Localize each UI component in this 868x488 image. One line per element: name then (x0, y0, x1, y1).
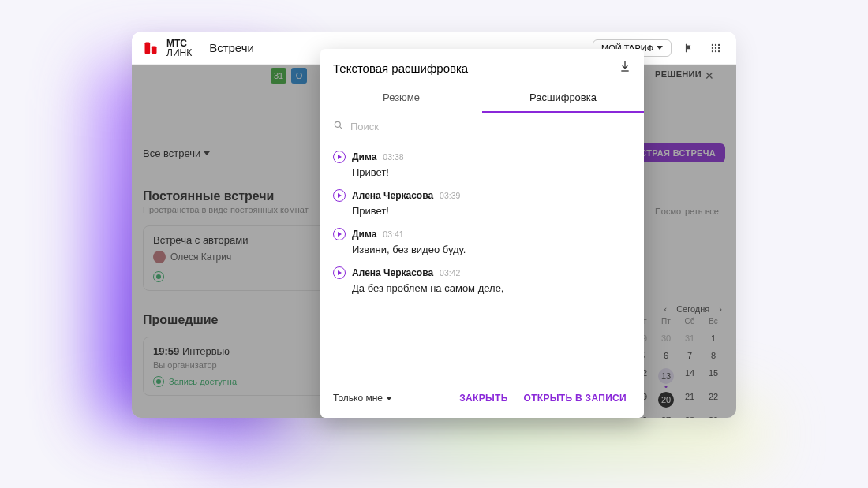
transcript-message: Алена Черкасова 03:39 Привет! (333, 181, 631, 220)
brand-text: МТС ЛИНК (166, 39, 192, 58)
message-text: Привет! (352, 166, 631, 178)
dialog-title: Текстовая расшифровка (333, 61, 468, 75)
play-icon[interactable] (333, 151, 346, 163)
tab-summary[interactable]: Резюме (320, 84, 482, 113)
flag-icon[interactable] (679, 39, 698, 58)
play-icon[interactable] (333, 228, 346, 240)
transcript-message: Дима 03:41 Извини, без видео буду. (333, 220, 631, 259)
svg-point-10 (718, 50, 720, 51)
speaker-name: Алена Черкасова (352, 190, 433, 201)
svg-rect-0 (145, 42, 151, 54)
svg-point-8 (712, 50, 713, 51)
apps-icon[interactable] (706, 39, 725, 58)
timestamp: 03:42 (440, 268, 460, 278)
timestamp: 03:41 (383, 229, 403, 239)
timestamp: 03:38 (383, 152, 403, 162)
search-icon (333, 120, 344, 134)
play-icon[interactable] (333, 266, 346, 279)
chevron-down-icon (657, 46, 663, 50)
tab-transcript[interactable]: Расшифровка (482, 84, 644, 113)
speaker-name: Дима (352, 229, 376, 240)
page-title: Встречи (209, 41, 254, 54)
svg-rect-1 (152, 46, 157, 54)
chevron-down-icon (386, 397, 392, 400)
svg-point-4 (718, 43, 720, 45)
dialog-footer: Только мне ЗАКРЫТЬ ОТКРЫТЬ В ЗАПИСИ (320, 378, 644, 418)
svg-point-9 (715, 50, 716, 51)
timestamp: 03:39 (440, 191, 460, 200)
dialog-tabs: Резюме Расшифровка (320, 84, 644, 113)
open-in-recording-button[interactable]: ОТКРЫТЬ В ЗАПИСИ (519, 389, 631, 407)
svg-point-5 (712, 47, 713, 48)
svg-point-7 (718, 47, 720, 48)
play-icon[interactable] (333, 189, 346, 202)
transcript-message: Алена Черкасова 03:42 Да без проблем на … (333, 259, 631, 297)
svg-point-3 (715, 43, 716, 45)
speaker-name: Дима (352, 151, 376, 162)
message-text: Да без проблем на самом деле, (352, 282, 631, 294)
transcript-dialog: Текстовая расшифровка Резюме Расшифровка… (320, 49, 644, 418)
logo-icon (143, 40, 159, 56)
svg-point-6 (715, 47, 716, 48)
svg-point-2 (712, 43, 713, 45)
search-input[interactable] (350, 117, 631, 136)
speaker-name: Алена Черкасова (352, 267, 433, 278)
download-icon[interactable] (619, 60, 631, 76)
transcript-list: Дима 03:38 Привет! Алена Черкасова 03:39… (320, 138, 644, 378)
share-dropdown[interactable]: Только мне (333, 393, 392, 404)
message-text: Привет! (352, 205, 631, 217)
message-text: Извини, без видео буду. (352, 244, 631, 255)
svg-line-12 (339, 126, 342, 129)
svg-point-11 (335, 121, 340, 127)
transcript-message: Дима 03:38 Привет! (333, 143, 631, 181)
close-button[interactable]: ЗАКРЫТЬ (455, 389, 512, 407)
